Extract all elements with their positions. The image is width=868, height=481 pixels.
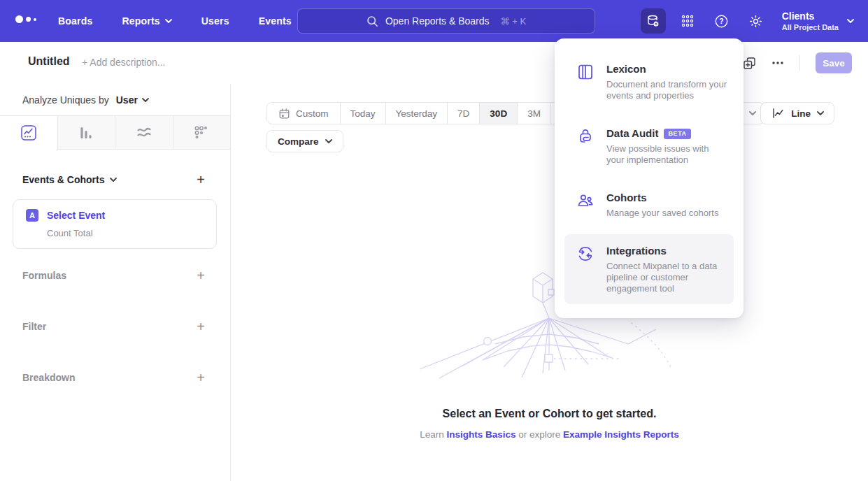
top-navigation-bar: Boards Reports Users Events Open Reports… (0, 0, 868, 42)
add-event-button[interactable]: + (197, 173, 205, 186)
filter-label: Filter (22, 321, 46, 332)
search-shortcut: ⌘ + K (501, 16, 527, 27)
question-circle-icon: ? (714, 14, 729, 29)
settings-button[interactable] (744, 8, 769, 34)
data-audit-icon (576, 127, 595, 145)
chevron-down-icon (847, 19, 854, 23)
section-formulas: Formulas + (22, 269, 205, 282)
menu-item-integrations[interactable]: Integrations Connect Mixpanel to a data … (564, 234, 734, 304)
date-range-yesterday[interactable]: Yesterday (385, 103, 448, 124)
tab-bar-chart[interactable] (57, 116, 115, 150)
beta-badge: BETA (664, 129, 690, 139)
cohorts-icon (576, 192, 595, 210)
date-range-7d[interactable]: 7D (447, 103, 479, 124)
project-scope: All Project Data (782, 22, 839, 32)
integrations-icon (576, 245, 595, 263)
tab-insights-line[interactable] (0, 116, 57, 150)
events-cohorts-toggle[interactable]: Events & Cohorts (22, 174, 117, 185)
date-range-3m[interactable]: 3M (517, 103, 550, 124)
learn-prefix: Learn (420, 429, 444, 440)
bar-chart-tab-icon (78, 124, 94, 141)
flows-tab-icon (135, 124, 153, 141)
date-range-custom[interactable]: Custom (267, 103, 340, 124)
chevron-down-icon (110, 178, 117, 182)
chevron-down-icon (817, 111, 824, 115)
menu-item-cohorts[interactable]: Cohorts Manage your saved cohorts (564, 181, 734, 229)
search-icon (367, 15, 378, 27)
mixpanel-logo-icon[interactable] (15, 15, 36, 23)
report-title[interactable]: Untitled (28, 55, 70, 68)
nav-item-boards[interactable]: Boards (58, 15, 92, 27)
event-card[interactable]: A Select Event Count Total (13, 199, 217, 249)
ellipsis-icon (771, 61, 784, 65)
chart-type-selector[interactable]: Line (760, 102, 834, 124)
add-formula-button[interactable]: + (197, 269, 205, 282)
insights-basics-link[interactable]: Insights Basics (446, 429, 515, 440)
analyze-entity-selector[interactable]: User (116, 94, 149, 106)
menu-item-lexicon[interactable]: Lexicon Document and transform your even… (564, 52, 734, 111)
empty-state-subtitle: Learn Insights Basics or explore Example… (231, 429, 868, 440)
select-event-label[interactable]: Select Event (47, 210, 105, 221)
line-chart-tab-icon (20, 124, 37, 141)
analyze-uniques-row: Analyze Uniques by User (0, 84, 230, 116)
event-aggregation-label[interactable]: Count Total (47, 228, 206, 238)
date-range-today[interactable]: Today (340, 103, 385, 124)
section-breakdown: Breakdown + (22, 371, 205, 384)
nav-item-reports[interactable]: Reports (122, 15, 171, 27)
nav-item-users[interactable]: Users (201, 15, 229, 27)
duplicate-icon (743, 57, 756, 70)
tab-retention[interactable] (173, 116, 231, 150)
tab-flows[interactable] (115, 116, 173, 150)
apps-grid-button[interactable] (675, 8, 700, 34)
apps-grid-icon (681, 14, 695, 28)
nav-item-events[interactable]: Events (259, 15, 292, 27)
save-button[interactable]: Save (816, 52, 852, 73)
project-name: Clients (782, 10, 839, 22)
database-gear-icon (646, 14, 660, 29)
formulas-label: Formulas (22, 270, 66, 281)
svg-text:?: ? (719, 17, 723, 25)
header-divider (799, 55, 800, 71)
lexicon-icon (576, 63, 595, 81)
data-management-dropdown: Lexicon Document and transform your even… (555, 38, 744, 318)
global-search-input[interactable]: Open Reports & Boards ⌘ + K (297, 8, 595, 34)
chevron-down-icon (325, 139, 332, 143)
explore-middle: or explore (518, 429, 560, 440)
add-description-field[interactable]: + Add description... (82, 57, 165, 68)
example-reports-link[interactable]: Example Insights Reports (563, 429, 679, 440)
data-management-button[interactable] (641, 8, 666, 34)
retention-tab-icon (193, 124, 210, 141)
section-filter: Filter + (22, 320, 205, 333)
date-range-30d[interactable]: 30D (479, 103, 517, 124)
help-button[interactable]: ? (709, 8, 734, 34)
chevron-down-icon (749, 111, 756, 115)
events-cohorts-header: Events & Cohorts + (22, 173, 205, 186)
query-builder-sidebar: Analyze Uniques by User (0, 84, 231, 481)
duplicate-report-button[interactable] (743, 57, 756, 70)
breakdown-label: Breakdown (22, 372, 75, 383)
add-breakdown-button[interactable]: + (197, 371, 205, 384)
chevron-down-icon (142, 98, 149, 102)
project-selector[interactable]: Clients All Project Data (782, 10, 854, 32)
menu-item-data-audit[interactable]: Data Audit BETA View possible issues wit… (564, 117, 734, 175)
report-canvas: Custom Today Yesterday 7D 30D 3M 6M Comp… (231, 84, 868, 481)
chevron-down-icon (165, 19, 172, 23)
analyze-label: Analyze Uniques by (22, 94, 109, 106)
gear-icon (748, 14, 763, 29)
add-filter-button[interactable]: + (197, 320, 205, 333)
more-options-button[interactable] (771, 61, 784, 65)
compare-button[interactable]: Compare (266, 130, 343, 152)
calendar-icon (278, 108, 290, 120)
search-placeholder: Open Reports & Boards (385, 15, 490, 27)
chart-type-tabs (0, 116, 230, 150)
empty-state-title: Select an Event or Cohort to get started… (231, 408, 868, 420)
event-series-badge: A (26, 209, 38, 222)
topbar-actions: ? Clients All Project Data (641, 0, 854, 42)
line-chart-icon (771, 106, 785, 120)
primary-nav: Boards Reports Users Events (58, 0, 292, 42)
